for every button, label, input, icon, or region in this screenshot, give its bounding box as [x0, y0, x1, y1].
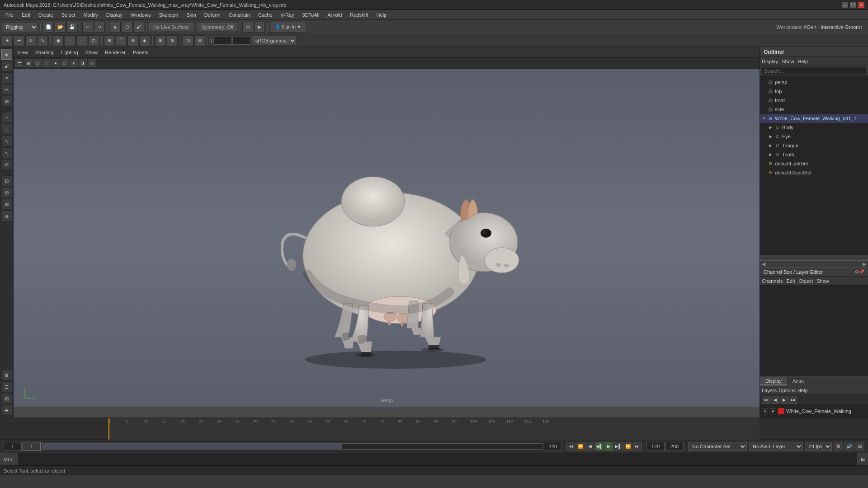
outliner-scroll-x[interactable]: [760, 255, 868, 260]
soft-sel-btn[interactable]: ◉: [53, 35, 64, 46]
outliner-item-white-cow[interactable]: ▼ ⊞ White_Cow_Female_Walking_nd1_1: [760, 114, 868, 123]
timeline-settings-btn[interactable]: ⚙: [834, 442, 843, 451]
panel-list-2-btn[interactable]: ⊞: [1, 393, 12, 404]
misc-tool-1[interactable]: ⊡: [1, 175, 12, 186]
cut-tool-btn[interactable]: ✂: [1, 84, 12, 95]
go-to-start-btn[interactable]: ⏮: [566, 442, 576, 451]
anim-layer-dropdown[interactable]: No Anim Layer: [749, 442, 803, 451]
minimize-button[interactable]: —: [842, 2, 848, 8]
menu-deform[interactable]: Deform: [201, 11, 224, 19]
vp-menu-panels[interactable]: Panels: [133, 50, 148, 55]
layer-visibility-btn[interactable]: V: [762, 408, 768, 414]
step-fwd-btn[interactable]: ▶▌: [614, 442, 623, 451]
current-frame-input[interactable]: [23, 442, 41, 451]
menu-modify[interactable]: Modify: [80, 11, 101, 19]
cb-menu-channels[interactable]: Channels: [762, 278, 783, 284]
hair-tool-2[interactable]: ≈: [1, 124, 12, 135]
step-back-btn[interactable]: ◀: [585, 442, 594, 451]
gamma-mode-dropdown[interactable]: sRGB gamma: [251, 36, 297, 46]
layer-back-btn[interactable]: ⏮: [762, 396, 770, 404]
close-button[interactable]: ✕: [858, 2, 864, 8]
outliner-item-body[interactable]: ▶ □ Body: [760, 123, 868, 132]
redo-btn[interactable]: ↪: [94, 22, 105, 33]
playhead[interactable]: [108, 418, 109, 440]
go-to-end-btn[interactable]: ⏭: [633, 442, 642, 451]
scale-tool-btn[interactable]: ⤡: [37, 35, 48, 46]
misc-tool-4[interactable]: ⊛: [1, 211, 12, 221]
paint-select-btn[interactable]: 🖌: [133, 22, 144, 33]
face-btn[interactable]: ◻: [88, 35, 99, 46]
frame-end-input[interactable]: [544, 442, 562, 451]
character-set-dropdown[interactable]: No Character Set: [688, 442, 747, 451]
panel-list-3-btn[interactable]: ☰: [1, 405, 12, 416]
menu-vray[interactable]: V-Ray: [277, 11, 298, 19]
menu-create[interactable]: Create: [35, 11, 57, 19]
vp-tb-smooth[interactable]: ○: [42, 59, 51, 67]
outliner-menu-help[interactable]: Help: [798, 59, 808, 64]
range-total-input[interactable]: [665, 442, 684, 451]
outliner-item-tooth[interactable]: ▶ □ Tooth: [760, 150, 868, 159]
snap-view-btn[interactable]: ◈: [139, 35, 150, 46]
layer-menu-options[interactable]: Options: [778, 388, 796, 393]
sculpt-tool-btn[interactable]: ✦: [1, 72, 12, 83]
vp-menu-renderer[interactable]: Renderer: [105, 50, 126, 55]
outliner-item-front[interactable]: 🎥 front: [760, 96, 868, 105]
menu-windows[interactable]: Windows: [127, 11, 155, 19]
menu-help[interactable]: Help: [373, 11, 391, 19]
lasso-tool-btn[interactable]: ⬡: [122, 22, 132, 33]
layer-menu-layers[interactable]: Layers: [762, 388, 777, 393]
transform-select-btn[interactable]: ✦: [2, 35, 13, 46]
anim-tab[interactable]: Anim: [787, 378, 809, 385]
panel-settings-btn[interactable]: ⚙: [1, 370, 12, 380]
snap-grid-btn[interactable]: ⊞: [104, 35, 115, 46]
outliner-item-tongue[interactable]: ▶ □ Tongue: [760, 141, 868, 150]
audio-btn[interactable]: 🔊: [844, 442, 854, 451]
vertex-btn[interactable]: ·: [65, 35, 75, 46]
vp-tb-wireframe[interactable]: □: [33, 59, 42, 67]
outliner-item-top[interactable]: 🎥 top: [760, 87, 868, 96]
render-settings-btn[interactable]: ⚙: [242, 22, 253, 33]
outliner-search-input[interactable]: [762, 67, 866, 75]
hair-tool-5[interactable]: ⊕: [1, 159, 12, 170]
display-tab[interactable]: Display: [760, 377, 787, 385]
outliner-item-side[interactable]: 🎥 side: [760, 105, 868, 114]
play-back-btn[interactable]: ◀▌: [595, 442, 604, 451]
select-mode-btn[interactable]: ◈: [1, 49, 12, 60]
outliner-menu-display[interactable]: Display: [762, 59, 778, 64]
vp-menu-view[interactable]: View: [17, 50, 28, 55]
viewport-canvas[interactable]: persp X Y: [14, 69, 760, 407]
layer-render-btn[interactable]: P: [770, 408, 776, 414]
next-keyframe-btn[interactable]: ⏩: [623, 442, 632, 451]
pivot-btn[interactable]: ⊞: [155, 35, 166, 46]
frame-start-input[interactable]: [4, 442, 22, 451]
save-scene-btn[interactable]: 💾: [66, 22, 77, 33]
menu-skin[interactable]: Skin: [183, 11, 199, 19]
menu-redshift[interactable]: Redshift: [346, 11, 372, 19]
vp-menu-show[interactable]: Show: [85, 50, 98, 55]
fps-dropdown[interactable]: 24 fps: [805, 442, 832, 451]
rotate-tool-btn[interactable]: ↻: [25, 35, 36, 46]
render-btn[interactable]: ▶: [254, 22, 265, 33]
new-scene-btn[interactable]: 📄: [43, 22, 54, 33]
right-panel-divider[interactable]: ◀ ▶: [760, 260, 868, 267]
move-tool-btn[interactable]: ✛: [14, 35, 24, 46]
script-editor-btn[interactable]: ⊞: [857, 453, 868, 465]
layer-end-btn[interactable]: ⏭: [789, 396, 797, 404]
menu-display[interactable]: Display: [103, 11, 126, 19]
paint-tool-btn[interactable]: 🖌: [1, 61, 12, 71]
hair-tool-4[interactable]: ∿: [1, 147, 12, 158]
vp-tb-grid[interactable]: ⊞: [24, 59, 33, 67]
cb-menu-edit[interactable]: Edit: [786, 278, 795, 284]
outliner-item-lightset[interactable]: ⊙ defaultLightSet: [760, 159, 868, 168]
vp-tb-solid[interactable]: ●: [52, 59, 60, 67]
outliner-item-eye[interactable]: ▶ □ Eye: [760, 132, 868, 141]
timeline-ruler[interactable]: 1 5 10 15 20 25 30 35 40 45 50 55 60 65 …: [108, 418, 760, 440]
hair-tool-3[interactable]: ∿: [1, 136, 12, 146]
mel-input[interactable]: [18, 453, 857, 465]
misc-tool-2[interactable]: ⊟: [1, 187, 12, 198]
menu-constrain[interactable]: Constrain: [225, 11, 254, 19]
menu-select[interactable]: Select: [58, 11, 79, 19]
cb-menu-show[interactable]: Show: [816, 278, 829, 284]
symmetry-button[interactable]: Symmetry: Off: [198, 23, 237, 31]
vp-menu-shading[interactable]: Shading: [35, 50, 53, 55]
